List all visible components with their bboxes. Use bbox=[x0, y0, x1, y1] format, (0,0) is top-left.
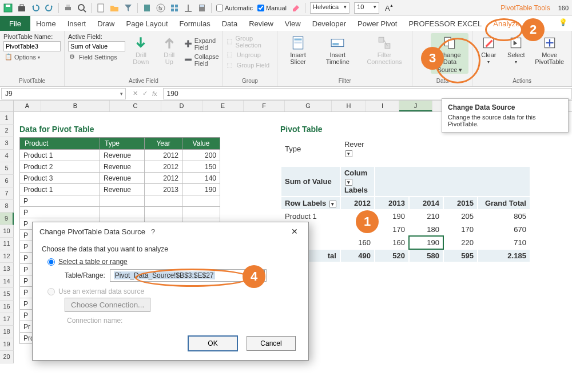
increase-font-icon[interactable]: A▲ bbox=[384, 3, 393, 13]
row-19[interactable]: 19 bbox=[0, 338, 14, 351]
tab-data[interactable]: Data bbox=[216, 16, 243, 31]
tab-view[interactable]: View bbox=[279, 16, 307, 31]
save-icon[interactable] bbox=[3, 3, 13, 13]
col-G[interactable]: G bbox=[285, 101, 332, 111]
tab-page-layout[interactable]: Page Layout bbox=[121, 16, 174, 31]
row-5[interactable]: 5 bbox=[0, 162, 14, 175]
select-all-corner[interactable] bbox=[0, 101, 14, 111]
tab-home[interactable]: Home bbox=[30, 16, 62, 31]
row-6[interactable]: 6 bbox=[0, 175, 14, 187]
row-13[interactable]: 13 bbox=[0, 263, 14, 275]
pivot-row-labels[interactable]: Row Labels ▾ bbox=[281, 197, 340, 209]
row-12[interactable]: 12 bbox=[0, 250, 14, 263]
insert-slicer-button[interactable]: Insert Slicer bbox=[281, 33, 315, 65]
row-14[interactable]: 14 bbox=[0, 275, 14, 288]
pivot-column-labels[interactable]: Colum▾ Labels bbox=[341, 167, 374, 196]
grid-icon[interactable] bbox=[170, 3, 179, 13]
manual-checkbox[interactable]: Manual bbox=[257, 5, 287, 11]
row-17[interactable]: 17 bbox=[0, 313, 14, 326]
automatic-checkbox[interactable]: Automatic bbox=[216, 5, 253, 11]
table-row[interactable]: P bbox=[20, 207, 220, 218]
filter-icon[interactable] bbox=[124, 3, 133, 13]
row-9[interactable]: 9 bbox=[0, 213, 14, 225]
dialog-close-button[interactable]: ✕ bbox=[288, 227, 301, 236]
fx-icon[interactable]: fx bbox=[156, 3, 165, 13]
open-icon[interactable] bbox=[110, 3, 119, 13]
tab-review[interactable]: Review bbox=[243, 16, 279, 31]
col-I[interactable]: I bbox=[366, 101, 399, 111]
pivot-type-filter[interactable]: Rever▾ bbox=[341, 138, 374, 159]
pivot-data-row[interactable]: 160 160 190 220 710 bbox=[281, 237, 530, 249]
col-B[interactable]: B bbox=[41, 101, 110, 111]
formula-input[interactable]: 190 bbox=[163, 88, 572, 99]
expand-field-button[interactable]: ➕Expand Field bbox=[184, 37, 219, 51]
group-field-button[interactable]: ⬚Group Field bbox=[227, 61, 273, 70]
calc-icon[interactable] bbox=[142, 3, 152, 13]
ok-button[interactable]: OK bbox=[188, 336, 237, 351]
row-2[interactable]: 2 bbox=[0, 125, 14, 137]
dialog-help-button[interactable]: ? bbox=[145, 227, 161, 236]
table-row[interactable]: Product 2Revenue2012150 bbox=[20, 161, 220, 173]
tab-draw[interactable]: Draw bbox=[92, 16, 120, 31]
insert-timeline-button[interactable]: Insert Timeline bbox=[317, 33, 358, 65]
file-icon[interactable] bbox=[96, 3, 105, 13]
dialog-titlebar[interactable]: Change PivotTable Data Source ? ✕ bbox=[33, 222, 308, 241]
col-C[interactable]: C bbox=[110, 101, 161, 111]
eraser-icon[interactable] bbox=[291, 3, 300, 13]
pivot-data-row[interactable]: 170 180 170 670 bbox=[281, 223, 530, 235]
row-15[interactable]: 15 bbox=[0, 288, 14, 301]
anchor-icon[interactable] bbox=[184, 3, 193, 13]
row-8[interactable]: 8 bbox=[0, 200, 14, 213]
ungroup-button[interactable]: ⬚Ungroup bbox=[227, 50, 273, 59]
preview-icon[interactable] bbox=[77, 3, 86, 13]
drill-up-button[interactable]: Drill Up bbox=[157, 33, 182, 67]
cancel-formula-icon[interactable]: ✕ bbox=[133, 90, 138, 97]
row-3[interactable]: 3 bbox=[0, 137, 14, 150]
calc2-icon[interactable] bbox=[197, 3, 206, 13]
tab-developer[interactable]: Developer bbox=[307, 16, 352, 31]
row-1[interactable]: 1 bbox=[0, 112, 14, 125]
field-settings-button[interactable]: ⚙Field Settings bbox=[68, 53, 125, 62]
table-row[interactable]: Product 3Revenue2012140 bbox=[20, 173, 220, 184]
options-button[interactable]: 📋Options▾ bbox=[3, 53, 61, 62]
name-box[interactable]: J9 bbox=[1, 88, 126, 99]
pivottable-name-input[interactable] bbox=[3, 41, 61, 51]
col-J[interactable]: J bbox=[399, 101, 432, 111]
font-selector[interactable]: Helvetica bbox=[310, 2, 349, 14]
font-size-selector[interactable]: 10 bbox=[354, 2, 379, 14]
tab-formulas[interactable]: Formulas bbox=[174, 16, 216, 31]
table-row[interactable]: P bbox=[20, 195, 220, 207]
undo-icon[interactable] bbox=[31, 3, 40, 13]
table-row[interactable]: Product 1Revenue2012200 bbox=[20, 150, 220, 161]
tab-professor-excel[interactable]: PROFESSOR EXCEL bbox=[403, 16, 487, 31]
select-table-range-radio[interactable]: Select a table or range bbox=[47, 258, 299, 266]
col-H[interactable]: H bbox=[332, 101, 366, 111]
table-row[interactable]: Product 1Revenue2013190 bbox=[20, 184, 220, 195]
filter-connections-button[interactable]: Filter Connections bbox=[360, 33, 409, 65]
redo-icon[interactable] bbox=[45, 3, 54, 13]
col-A[interactable]: A bbox=[14, 101, 41, 111]
row-11[interactable]: 11 bbox=[0, 238, 14, 250]
row-20[interactable]: 20 bbox=[0, 351, 14, 363]
enter-formula-icon[interactable]: ✓ bbox=[142, 90, 148, 97]
col-F[interactable]: F bbox=[244, 101, 285, 111]
tab-file[interactable]: File bbox=[0, 16, 30, 31]
print-icon[interactable] bbox=[63, 3, 73, 13]
tell-me-icon[interactable]: 💡 bbox=[554, 16, 572, 31]
drill-down-button[interactable]: Drill Down bbox=[128, 33, 154, 67]
pivot-data-row[interactable]: Product 1 190 210 205 805 bbox=[281, 210, 530, 222]
tab-insert[interactable]: Insert bbox=[62, 16, 92, 31]
row-10[interactable]: 10 bbox=[0, 225, 14, 238]
toolbox-icon[interactable] bbox=[17, 3, 26, 13]
cancel-button[interactable]: Cancel bbox=[247, 336, 296, 351]
active-field-input[interactable] bbox=[68, 41, 125, 51]
row-18[interactable]: 18 bbox=[0, 326, 14, 338]
row-4[interactable]: 4 bbox=[0, 150, 14, 162]
collapse-field-button[interactable]: ➖Collapse Field bbox=[184, 53, 219, 67]
col-E[interactable]: E bbox=[202, 101, 244, 111]
selected-cell[interactable]: 190 bbox=[410, 237, 443, 249]
tab-power-pivot[interactable]: Power Pivot bbox=[352, 16, 403, 31]
col-D[interactable]: D bbox=[161, 101, 202, 111]
row-16[interactable]: 16 bbox=[0, 301, 14, 313]
fx-icon[interactable]: fx bbox=[152, 90, 157, 97]
